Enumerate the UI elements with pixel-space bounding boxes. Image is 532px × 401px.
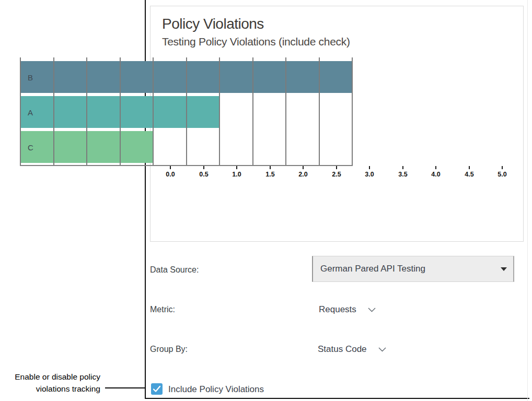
- gridline: [252, 57, 253, 165]
- gridline: [186, 57, 187, 165]
- axis-tick: [236, 166, 237, 169]
- gridline: [319, 57, 320, 165]
- metric-select[interactable]: Requests: [319, 304, 376, 315]
- axis-tick-label: 4.5: [458, 171, 481, 178]
- gridline: [352, 57, 353, 165]
- axis-tick-label: 0.5: [192, 171, 215, 178]
- gridline: [285, 57, 286, 165]
- page-right-border: [527, 0, 528, 401]
- axis-tick: [469, 166, 470, 169]
- gridline: [120, 57, 121, 165]
- axis-tick: [502, 166, 503, 169]
- group-by-label: Group By:: [150, 345, 188, 354]
- chart-subtitle: Testing Policy Violations (include check…: [162, 36, 350, 48]
- axis-tick-label: 5.0: [491, 171, 514, 178]
- axis-tick-label: 2.0: [292, 171, 315, 178]
- bar-category-label: A: [28, 108, 33, 116]
- axis-tick-label: 3.5: [391, 171, 414, 178]
- check-icon: [153, 385, 161, 393]
- data-source-value: German Pared API Testing: [320, 256, 425, 281]
- gridline: [86, 57, 87, 165]
- gridline: [219, 57, 220, 165]
- chart-title: Policy Violations: [162, 16, 264, 32]
- include-policy-violations-label[interactable]: Include Policy Violations: [168, 384, 264, 395]
- annotation-line-2: violations tracking: [0, 383, 100, 395]
- axis-tick-label: 3.0: [358, 171, 381, 178]
- gridline: [20, 57, 21, 165]
- bar-category-label: C: [28, 143, 33, 151]
- axis-tick: [336, 166, 337, 169]
- annotation-callout: Enable or disable policy violations trac…: [0, 371, 100, 395]
- dropdown-arrow-icon: [501, 267, 507, 271]
- axis-tick-label: 2.5: [325, 171, 348, 178]
- group-by-value: Status Code: [318, 344, 367, 355]
- axis-tick-label: 1.0: [225, 171, 248, 178]
- annotation-line-1: Enable or disable policy: [0, 371, 100, 383]
- data-source-dropdown[interactable]: German Pared API Testing: [312, 256, 514, 282]
- chevron-down-icon: [368, 305, 376, 314]
- axis-tick-label: 1.5: [259, 171, 282, 178]
- axis-tick: [270, 166, 271, 169]
- page: Policy Violations Testing Policy Violati…: [0, 0, 532, 401]
- axis-tick: [170, 166, 171, 169]
- axis-tick: [203, 166, 204, 169]
- metric-value: Requests: [319, 304, 356, 315]
- annotation-connector-line: [105, 387, 145, 388]
- data-source-label: Data Source:: [150, 265, 199, 275]
- bar-chart-plot: BAC: [20, 57, 352, 165]
- crop-bottom-border: [145, 398, 529, 399]
- axis-tick: [369, 166, 370, 169]
- axis-tick: [402, 166, 403, 169]
- axis-tick-label: 0.0: [159, 171, 182, 178]
- gridline: [153, 57, 154, 165]
- include-policy-violations-checkbox[interactable]: [151, 383, 163, 395]
- bar-category-label: B: [28, 73, 33, 81]
- group-by-select[interactable]: Status Code: [318, 344, 386, 355]
- metric-label: Metric:: [150, 305, 175, 314]
- axis-tick: [303, 166, 304, 169]
- chevron-down-icon: [378, 345, 386, 354]
- axis-tick-label: 4.0: [424, 171, 447, 178]
- axis-tick: [435, 166, 436, 169]
- gridline: [53, 57, 54, 165]
